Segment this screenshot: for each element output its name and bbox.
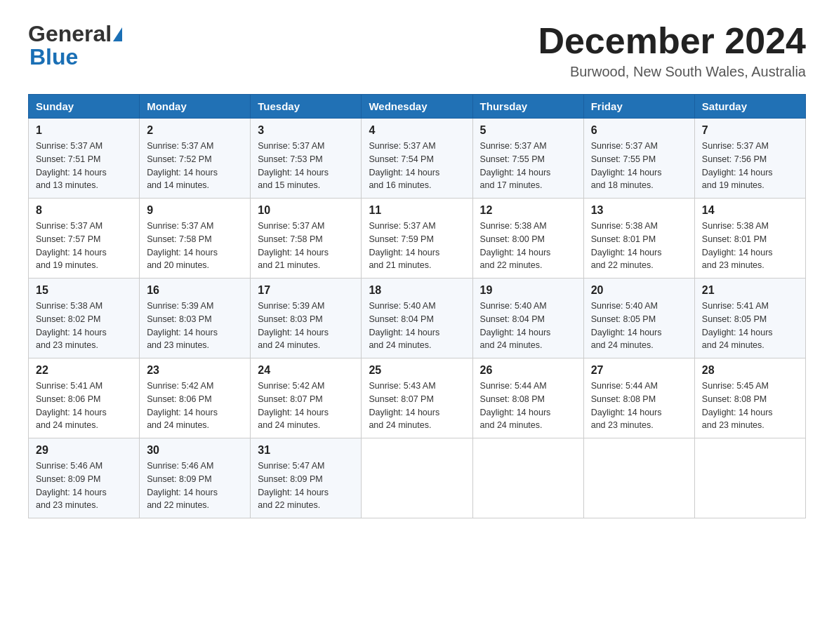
day-info: Sunrise: 5:37 AMSunset: 7:54 PMDaylight:…	[369, 140, 465, 192]
logo: General Blue	[28, 21, 122, 70]
calendar-cell: 5Sunrise: 5:37 AMSunset: 7:55 PMDaylight…	[472, 119, 583, 199]
day-number: 22	[36, 364, 132, 377]
col-header-wednesday: Wednesday	[362, 95, 472, 119]
calendar-cell: 25Sunrise: 5:43 AMSunset: 8:07 PMDayligh…	[362, 358, 472, 438]
day-number: 27	[591, 364, 687, 377]
day-number: 21	[702, 284, 798, 297]
col-header-friday: Friday	[583, 95, 694, 119]
day-info: Sunrise: 5:41 AMSunset: 8:06 PMDaylight:…	[36, 380, 132, 432]
day-number: 19	[480, 284, 576, 297]
title-area: December 2024 Burwood, New South Wales, …	[538, 21, 806, 80]
day-info: Sunrise: 5:44 AMSunset: 8:08 PMDaylight:…	[480, 380, 576, 432]
day-info: Sunrise: 5:47 AMSunset: 8:09 PMDaylight:…	[258, 459, 354, 512]
calendar-cell: 30Sunrise: 5:46 AMSunset: 8:09 PMDayligh…	[140, 438, 251, 518]
calendar-cell: 8Sunrise: 5:37 AMSunset: 7:57 PMDaylight…	[29, 199, 140, 279]
day-number: 13	[591, 204, 687, 217]
day-info: Sunrise: 5:38 AMSunset: 8:02 PMDaylight:…	[36, 300, 132, 352]
calendar-cell: 3Sunrise: 5:37 AMSunset: 7:53 PMDaylight…	[251, 119, 362, 199]
calendar-cell: 2Sunrise: 5:37 AMSunset: 7:52 PMDaylight…	[140, 119, 251, 199]
day-number: 24	[258, 364, 354, 377]
calendar-cell	[472, 438, 583, 518]
calendar-cell: 26Sunrise: 5:44 AMSunset: 8:08 PMDayligh…	[472, 358, 583, 438]
day-info: Sunrise: 5:37 AMSunset: 7:59 PMDaylight:…	[369, 220, 465, 272]
day-number: 14	[702, 204, 798, 217]
calendar-cell: 15Sunrise: 5:38 AMSunset: 8:02 PMDayligh…	[29, 279, 140, 358]
calendar-cell	[362, 438, 472, 518]
calendar-cell: 12Sunrise: 5:38 AMSunset: 8:00 PMDayligh…	[472, 199, 583, 279]
day-number: 30	[147, 444, 243, 457]
day-number: 9	[147, 204, 243, 217]
day-info: Sunrise: 5:39 AMSunset: 8:03 PMDaylight:…	[147, 300, 243, 352]
page-header: General Blue December 2024 Burwood, New …	[28, 21, 806, 80]
calendar-cell: 20Sunrise: 5:40 AMSunset: 8:05 PMDayligh…	[583, 279, 694, 358]
calendar-header-row: SundayMondayTuesdayWednesdayThursdayFrid…	[29, 95, 806, 119]
day-info: Sunrise: 5:38 AMSunset: 8:01 PMDaylight:…	[591, 220, 687, 272]
day-number: 23	[147, 364, 243, 377]
calendar-cell: 4Sunrise: 5:37 AMSunset: 7:54 PMDaylight…	[362, 119, 472, 199]
day-info: Sunrise: 5:46 AMSunset: 8:09 PMDaylight:…	[147, 459, 243, 512]
calendar-cell: 21Sunrise: 5:41 AMSunset: 8:05 PMDayligh…	[694, 279, 805, 358]
day-info: Sunrise: 5:39 AMSunset: 8:03 PMDaylight:…	[258, 300, 354, 352]
day-number: 17	[258, 284, 354, 297]
calendar-cell: 13Sunrise: 5:38 AMSunset: 8:01 PMDayligh…	[583, 199, 694, 279]
col-header-saturday: Saturday	[694, 95, 805, 119]
day-info: Sunrise: 5:44 AMSunset: 8:08 PMDaylight:…	[591, 380, 687, 432]
day-number: 2	[147, 124, 243, 137]
day-number: 16	[147, 284, 243, 297]
day-info: Sunrise: 5:46 AMSunset: 8:09 PMDaylight:…	[36, 459, 132, 512]
logo-arrow-icon	[113, 27, 122, 41]
day-info: Sunrise: 5:38 AMSunset: 8:01 PMDaylight:…	[702, 220, 798, 272]
day-number: 15	[36, 284, 132, 297]
calendar-cell	[583, 438, 694, 518]
day-number: 25	[369, 364, 465, 377]
calendar-cell: 28Sunrise: 5:45 AMSunset: 8:08 PMDayligh…	[694, 358, 805, 438]
day-info: Sunrise: 5:37 AMSunset: 7:55 PMDaylight:…	[480, 140, 576, 192]
calendar-week-row: 1Sunrise: 5:37 AMSunset: 7:51 PMDaylight…	[29, 119, 806, 199]
calendar-cell: 23Sunrise: 5:42 AMSunset: 8:06 PMDayligh…	[140, 358, 251, 438]
day-info: Sunrise: 5:37 AMSunset: 7:53 PMDaylight:…	[258, 140, 354, 192]
day-info: Sunrise: 5:42 AMSunset: 8:06 PMDaylight:…	[147, 380, 243, 432]
calendar-cell: 1Sunrise: 5:37 AMSunset: 7:51 PMDaylight…	[29, 119, 140, 199]
day-info: Sunrise: 5:40 AMSunset: 8:04 PMDaylight:…	[480, 300, 576, 352]
calendar-cell: 9Sunrise: 5:37 AMSunset: 7:58 PMDaylight…	[140, 199, 251, 279]
day-number: 31	[258, 444, 354, 457]
calendar-cell: 31Sunrise: 5:47 AMSunset: 8:09 PMDayligh…	[251, 438, 362, 518]
day-number: 29	[36, 444, 132, 457]
day-info: Sunrise: 5:37 AMSunset: 7:55 PMDaylight:…	[591, 140, 687, 192]
day-info: Sunrise: 5:42 AMSunset: 8:07 PMDaylight:…	[258, 380, 354, 432]
day-info: Sunrise: 5:45 AMSunset: 8:08 PMDaylight:…	[702, 380, 798, 432]
calendar-cell: 14Sunrise: 5:38 AMSunset: 8:01 PMDayligh…	[694, 199, 805, 279]
day-info: Sunrise: 5:37 AMSunset: 7:58 PMDaylight:…	[258, 220, 354, 272]
day-number: 5	[480, 124, 576, 137]
day-info: Sunrise: 5:37 AMSunset: 7:57 PMDaylight:…	[36, 220, 132, 272]
calendar-cell: 10Sunrise: 5:37 AMSunset: 7:58 PMDayligh…	[251, 199, 362, 279]
calendar-cell	[694, 438, 805, 518]
calendar-week-row: 15Sunrise: 5:38 AMSunset: 8:02 PMDayligh…	[29, 279, 806, 358]
day-info: Sunrise: 5:40 AMSunset: 8:05 PMDaylight:…	[591, 300, 687, 352]
day-number: 1	[36, 124, 132, 137]
day-info: Sunrise: 5:37 AMSunset: 7:56 PMDaylight:…	[702, 140, 798, 192]
day-info: Sunrise: 5:38 AMSunset: 8:00 PMDaylight:…	[480, 220, 576, 272]
calendar-cell: 27Sunrise: 5:44 AMSunset: 8:08 PMDayligh…	[583, 358, 694, 438]
calendar-cell: 24Sunrise: 5:42 AMSunset: 8:07 PMDayligh…	[251, 358, 362, 438]
calendar-cell: 19Sunrise: 5:40 AMSunset: 8:04 PMDayligh…	[472, 279, 583, 358]
day-number: 10	[258, 204, 354, 217]
calendar-cell: 11Sunrise: 5:37 AMSunset: 7:59 PMDayligh…	[362, 199, 472, 279]
day-number: 7	[702, 124, 798, 137]
day-info: Sunrise: 5:37 AMSunset: 7:58 PMDaylight:…	[147, 220, 243, 272]
calendar-week-row: 29Sunrise: 5:46 AMSunset: 8:09 PMDayligh…	[29, 438, 806, 518]
day-number: 20	[591, 284, 687, 297]
calendar-cell: 6Sunrise: 5:37 AMSunset: 7:55 PMDaylight…	[583, 119, 694, 199]
day-info: Sunrise: 5:37 AMSunset: 7:52 PMDaylight:…	[147, 140, 243, 192]
day-number: 18	[369, 284, 465, 297]
day-number: 3	[258, 124, 354, 137]
calendar-cell: 16Sunrise: 5:39 AMSunset: 8:03 PMDayligh…	[140, 279, 251, 358]
col-header-monday: Monday	[140, 95, 251, 119]
calendar-week-row: 8Sunrise: 5:37 AMSunset: 7:57 PMDaylight…	[29, 199, 806, 279]
location-subtitle: Burwood, New South Wales, Australia	[538, 64, 806, 80]
logo-general: General	[28, 21, 112, 47]
month-year-title: December 2024	[538, 21, 806, 61]
day-number: 12	[480, 204, 576, 217]
calendar-cell: 29Sunrise: 5:46 AMSunset: 8:09 PMDayligh…	[29, 438, 140, 518]
day-number: 28	[702, 364, 798, 377]
